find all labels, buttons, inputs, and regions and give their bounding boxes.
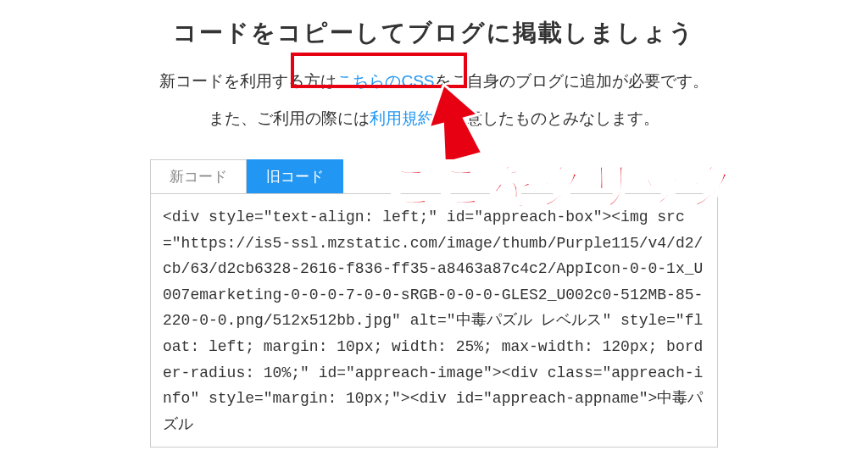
- subtitle1-suffix: をご自身のブログに追加が必要です。: [435, 72, 709, 90]
- subtitle2-suffix: に同意したものとみなします。: [434, 109, 659, 127]
- tabs-header: 新コード 旧コード: [150, 159, 718, 193]
- terms-link[interactable]: 利用規約: [370, 109, 434, 127]
- subtitle-terms-note: また、ご利用の際には利用規約に同意したものとみなします。: [0, 108, 868, 130]
- code-output-box[interactable]: <div style="text-align: left;" id="appre…: [150, 193, 718, 448]
- css-link[interactable]: こちらのCSS: [337, 72, 434, 90]
- tab-new-code[interactable]: 新コード: [150, 159, 247, 193]
- page-title: コードをコピーしてブログに掲載しましょう: [0, 17, 868, 49]
- subtitle1-prefix: 新コードを利用する方は: [159, 72, 337, 90]
- subtitle2-prefix: また、ご利用の際には: [209, 109, 370, 127]
- tab-old-code[interactable]: 旧コード: [247, 159, 343, 193]
- subtitle-css-note: 新コードを利用する方はこちらのCSSをご自身のブログに追加が必要です。: [0, 70, 868, 92]
